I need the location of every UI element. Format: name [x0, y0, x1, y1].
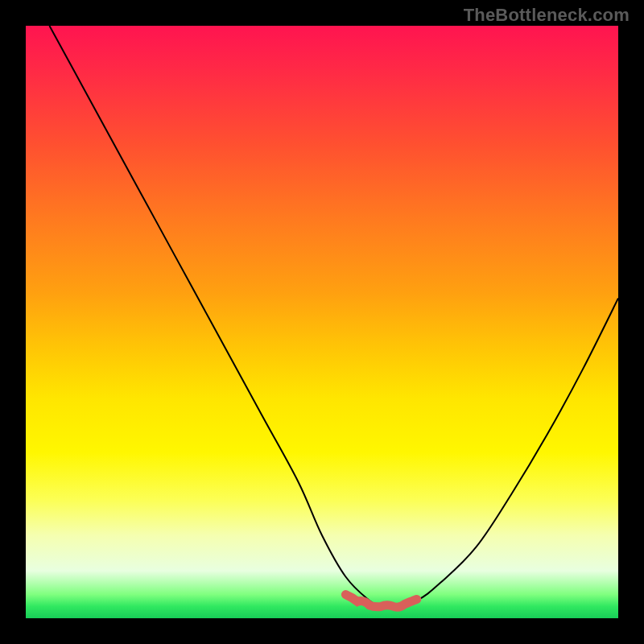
optimal-range-highlight — [345, 595, 416, 608]
curve-line — [49, 26, 618, 607]
chart-plot-area — [26, 26, 618, 618]
chart-svg — [26, 26, 618, 618]
watermark-text: TheBottleneck.com — [464, 5, 630, 26]
